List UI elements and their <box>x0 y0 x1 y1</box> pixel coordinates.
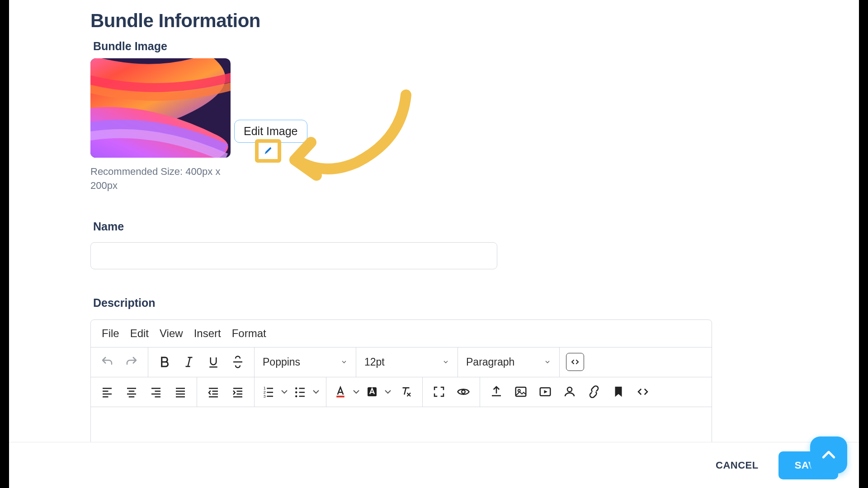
insert-link-button[interactable] <box>582 380 606 404</box>
name-input[interactable] <box>90 242 497 269</box>
upload-icon <box>490 385 503 399</box>
underline-icon <box>207 355 220 369</box>
underline-button[interactable] <box>202 350 225 374</box>
bookmark-icon <box>612 385 625 399</box>
bg-color-dropdown[interactable] <box>382 380 393 404</box>
font-size-value: 12pt <box>364 356 385 368</box>
insert-video-button[interactable] <box>533 380 557 404</box>
indent-button[interactable] <box>226 380 250 404</box>
svg-text:3: 3 <box>264 394 266 399</box>
svg-rect-42 <box>336 396 344 398</box>
image-icon <box>514 385 528 399</box>
annotation-arrow <box>288 86 424 187</box>
bold-button[interactable] <box>153 350 176 374</box>
bundle-image-label: Bundle Image <box>93 40 850 53</box>
align-left-icon <box>100 385 114 399</box>
outdent-button[interactable] <box>202 380 225 404</box>
unordered-list-icon <box>293 385 307 399</box>
indent-icon <box>231 385 245 399</box>
redo-button[interactable] <box>120 350 143 374</box>
screenshot-left-border <box>0 0 9 488</box>
insert-image-button[interactable] <box>509 380 533 404</box>
fullscreen-icon <box>432 385 446 399</box>
ordered-list-button[interactable]: 123 <box>259 380 278 404</box>
align-right-icon <box>149 385 163 399</box>
text-color-icon <box>334 385 347 399</box>
strike-icon <box>231 355 245 369</box>
menu-insert[interactable]: Insert <box>194 327 221 340</box>
chevron-up-icon <box>820 446 838 464</box>
svg-rect-45 <box>516 387 526 396</box>
text-color-dropdown[interactable] <box>351 380 362 404</box>
menu-edit[interactable]: Edit <box>130 327 149 340</box>
italic-icon <box>182 355 196 369</box>
editor-menu-bar: File Edit View Insert Format <box>91 320 712 347</box>
chevron-down-icon <box>382 385 393 399</box>
font-size-select[interactable]: 12pt <box>356 347 458 377</box>
bg-color-icon <box>365 385 379 399</box>
block-format-select[interactable]: Paragraph <box>458 347 560 377</box>
video-icon <box>538 385 552 399</box>
align-justify-icon <box>174 385 187 399</box>
source-code-toggle[interactable] <box>566 353 584 371</box>
unordered-list-dropdown[interactable] <box>311 380 321 404</box>
link-icon <box>587 385 601 399</box>
screenshot-right-border <box>859 0 868 488</box>
bundle-image-preview <box>90 58 231 158</box>
insert-code-button[interactable] <box>631 380 655 404</box>
chevron-down-icon <box>279 385 290 399</box>
bold-icon <box>158 355 171 369</box>
clear-format-icon <box>399 385 413 399</box>
svg-point-48 <box>567 387 572 392</box>
align-right-button[interactable] <box>144 380 168 404</box>
clear-format-button[interactable] <box>394 380 418 404</box>
menu-format[interactable]: Format <box>232 327 266 340</box>
edit-image-button[interactable] <box>255 139 281 163</box>
chevron-down-icon <box>351 385 362 399</box>
redo-icon <box>125 355 138 369</box>
align-justify-button[interactable] <box>169 380 192 404</box>
pencil-icon <box>263 146 273 156</box>
font-family-value: Poppins <box>263 356 300 368</box>
page-title: Bundle Information <box>90 10 850 32</box>
insert-user-button[interactable] <box>558 380 581 404</box>
recommended-size-text: Recommended Size: 400px x 200px <box>90 165 226 193</box>
svg-point-37 <box>295 391 297 394</box>
svg-line-3 <box>188 357 190 366</box>
text-color-button[interactable] <box>331 380 350 404</box>
code-icon <box>636 385 650 399</box>
editor-toolbar-row-1: Poppins 12pt Paragraph <box>91 347 712 377</box>
align-center-icon <box>125 385 138 399</box>
align-left-button[interactable] <box>95 380 119 404</box>
editor-toolbar-row-2: 123 <box>91 377 712 407</box>
strike-button[interactable] <box>226 350 250 374</box>
bg-color-button[interactable] <box>363 380 382 404</box>
outdent-icon <box>207 385 220 399</box>
cancel-button[interactable]: CANCEL <box>702 451 772 479</box>
footer-action-bar: CANCEL SAVE <box>9 442 859 488</box>
chevron-down-icon <box>340 358 348 366</box>
fullscreen-button[interactable] <box>427 380 451 404</box>
scroll-to-top-button[interactable] <box>810 436 847 474</box>
align-center-button[interactable] <box>120 380 143 404</box>
upload-button[interactable] <box>485 380 508 404</box>
name-label: Name <box>93 220 850 233</box>
undo-icon <box>100 355 114 369</box>
insert-bookmark-button[interactable] <box>607 380 630 404</box>
chevron-down-icon <box>544 358 551 366</box>
menu-view[interactable]: View <box>160 327 183 340</box>
svg-point-36 <box>295 387 297 389</box>
svg-point-44 <box>462 390 465 394</box>
ordered-list-dropdown[interactable] <box>279 380 290 404</box>
unordered-list-button[interactable] <box>291 380 310 404</box>
undo-button[interactable] <box>95 350 119 374</box>
description-label: Description <box>93 296 850 310</box>
preview-icon <box>457 385 470 399</box>
chevron-down-icon <box>442 358 449 366</box>
code-toggle-icon <box>570 357 580 367</box>
preview-button[interactable] <box>452 380 475 404</box>
italic-button[interactable] <box>177 350 201 374</box>
menu-file[interactable]: File <box>102 327 119 340</box>
block-format-value: Paragraph <box>466 356 514 368</box>
font-family-select[interactable]: Poppins <box>255 347 356 377</box>
